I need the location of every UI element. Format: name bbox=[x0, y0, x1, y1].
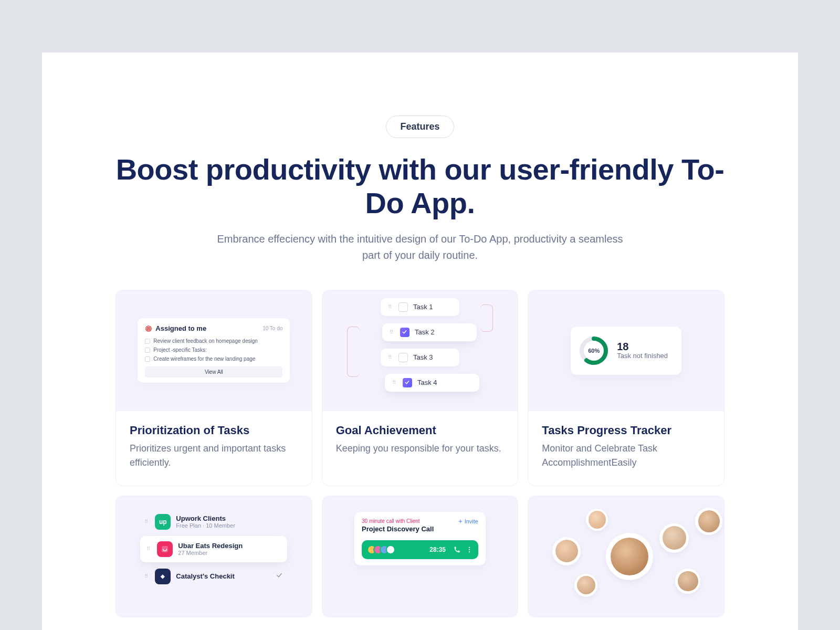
call-bar: 28:35 bbox=[362, 540, 478, 559]
avatar-bubble bbox=[659, 523, 689, 553]
card-desc: Keeping you responsible for your tasks. bbox=[336, 442, 505, 456]
page-headline: Boost productivity with our user-friendl… bbox=[116, 153, 724, 220]
task-chip-active: ⠿ Task 4 bbox=[385, 374, 479, 392]
feature-card-call[interactable]: 30 minute call with Client Project Disco… bbox=[322, 496, 519, 617]
features-pill: Features bbox=[386, 116, 454, 138]
checkbox-icon bbox=[145, 356, 150, 362]
progress-widget: 60% 18 Task not finished bbox=[571, 327, 681, 375]
connector-line bbox=[480, 304, 493, 332]
task-text: Review client feedback on homepage desig… bbox=[153, 338, 257, 344]
task-row: Review client feedback on homepage desig… bbox=[145, 337, 282, 345]
task-chip-label: Task 2 bbox=[415, 328, 435, 336]
page-canvas: Features Boost productivity with our use… bbox=[42, 52, 798, 630]
feature-card-prioritization[interactable]: Assigned to me 10 To do Review client fe… bbox=[116, 290, 312, 486]
task-text: Project -specific Tasks: bbox=[153, 347, 207, 353]
invite-button[interactable]: Invite bbox=[458, 518, 478, 524]
card-desc: Monitor and Celebrate Task Accomplishmen… bbox=[542, 442, 710, 470]
plus-icon bbox=[458, 519, 463, 524]
avatar-stack bbox=[367, 545, 395, 554]
card-title: Goal Achievement bbox=[336, 424, 505, 437]
target-icon bbox=[145, 325, 152, 332]
project-sub: Free Plan · 10 Member bbox=[176, 522, 235, 529]
checkbox-checked-icon bbox=[403, 378, 412, 387]
feature-card-goal[interactable]: ⠿ Task 1 ⠿ Task 2 ⠿ bbox=[322, 290, 519, 486]
svg-point-2 bbox=[148, 328, 149, 329]
call-title: Project Discovery Call bbox=[362, 525, 434, 533]
call-subtitle: 30 minute call with Client bbox=[362, 518, 434, 524]
task-row: Create wireframes for the new landing pa… bbox=[145, 354, 282, 363]
drag-handle-icon: ⠿ bbox=[388, 356, 393, 359]
task-row: Project -specific Tasks: bbox=[145, 345, 282, 354]
card-illustration: Assigned to me 10 To do Review client fe… bbox=[116, 290, 312, 411]
avatar-bubble bbox=[675, 569, 700, 594]
progress-percent: 60% bbox=[579, 336, 608, 365]
check-icon bbox=[276, 572, 283, 581]
task-chip-label: Task 3 bbox=[413, 353, 433, 361]
task-chip: ⠿ Task 3 bbox=[381, 349, 459, 366]
call-widget: 30 minute call with Client Project Disco… bbox=[354, 512, 486, 565]
invite-label: Invite bbox=[465, 518, 478, 524]
drag-handle-icon: ⠿ bbox=[146, 548, 152, 550]
avatar-bubble bbox=[552, 537, 581, 565]
card-title: Tasks Progress Tracker bbox=[542, 424, 710, 437]
feature-grid: Assigned to me 10 To do Review client fe… bbox=[116, 290, 724, 617]
feature-card-projects[interactable]: ⠿ up Upwork Clients Free Plan · 10 Membe… bbox=[116, 496, 312, 617]
view-all-button[interactable]: View All bbox=[145, 366, 282, 377]
assigned-panel: Assigned to me 10 To do Review client fe… bbox=[138, 318, 290, 383]
card-illustration: 60% 18 Task not finished bbox=[528, 290, 724, 411]
project-list: ⠿ up Upwork Clients Free Plan · 10 Membe… bbox=[140, 511, 287, 587]
task-text: Create wireframes for the new landing pa… bbox=[153, 356, 255, 362]
catalyst-icon: ◆ bbox=[155, 569, 171, 584]
card-title: Prioritization of Tasks bbox=[130, 424, 298, 437]
project-row: ⠿ ◆ Catalyst's Checkit bbox=[140, 565, 287, 587]
ubereats-icon bbox=[157, 541, 173, 557]
drag-handle-icon: ⠿ bbox=[388, 306, 393, 308]
upwork-icon: up bbox=[155, 514, 171, 530]
page-subhead: Embrance effeciency with the intuitive d… bbox=[215, 231, 625, 264]
feature-card-progress[interactable]: 60% 18 Task not finished Tasks Progress … bbox=[528, 290, 724, 486]
card-illustration bbox=[528, 496, 724, 617]
checkbox-checked-icon bbox=[400, 328, 410, 337]
avatar-scatter bbox=[538, 506, 715, 607]
progress-ring: 60% bbox=[579, 336, 608, 365]
project-sub: 27 Member bbox=[178, 550, 243, 556]
more-icon bbox=[466, 546, 473, 553]
assigned-count: 10 To do bbox=[262, 326, 282, 331]
card-desc: Prioritizes urgent and important tasks e… bbox=[130, 442, 298, 470]
task-chip-label: Task 1 bbox=[413, 303, 433, 311]
task-chip: ⠿ Task 1 bbox=[381, 298, 459, 316]
card-illustration: ⠿ up Upwork Clients Free Plan · 10 Membe… bbox=[116, 496, 312, 617]
project-row-active: ⠿ Ubar Eats Redesign 27 Member bbox=[140, 536, 287, 562]
card-illustration: ⠿ Task 1 ⠿ Task 2 ⠿ bbox=[322, 290, 518, 411]
card-illustration: 30 minute call with Client Project Disco… bbox=[322, 496, 518, 617]
phone-icon bbox=[453, 545, 461, 554]
project-row: ⠿ up Upwork Clients Free Plan · 10 Membe… bbox=[140, 511, 287, 533]
drag-handle-icon: ⠿ bbox=[390, 331, 395, 333]
call-time: 28:35 bbox=[429, 546, 446, 553]
avatar-bubble bbox=[606, 533, 653, 580]
avatar-bubble bbox=[695, 508, 722, 535]
avatar-bubble bbox=[574, 574, 597, 597]
svg-point-6 bbox=[469, 547, 470, 548]
checkbox-icon bbox=[398, 302, 408, 312]
assigned-title: Assigned to me bbox=[155, 324, 206, 332]
checkbox-icon bbox=[145, 348, 150, 353]
project-name: Catalyst's Checkit bbox=[176, 572, 234, 580]
svg-point-7 bbox=[469, 549, 470, 550]
drag-handle-icon: ⠿ bbox=[392, 381, 397, 384]
progress-count: 18 bbox=[617, 341, 668, 352]
feature-card-people[interactable] bbox=[528, 496, 724, 617]
avatar-bubble bbox=[586, 509, 608, 531]
checkbox-icon bbox=[145, 339, 150, 344]
drag-handle-icon: ⠿ bbox=[144, 575, 150, 578]
project-name: Ubar Eats Redesign bbox=[178, 542, 243, 550]
svg-point-8 bbox=[469, 551, 470, 552]
task-chip-label: Task 4 bbox=[417, 379, 437, 386]
project-name: Upwork Clients bbox=[176, 514, 235, 522]
progress-label: Task not finished bbox=[617, 352, 668, 360]
connector-line bbox=[347, 327, 360, 377]
checkbox-icon bbox=[398, 353, 408, 362]
task-chip-active: ⠿ Task 2 bbox=[382, 323, 477, 341]
svg-rect-5 bbox=[162, 546, 168, 552]
drag-handle-icon: ⠿ bbox=[144, 520, 150, 523]
